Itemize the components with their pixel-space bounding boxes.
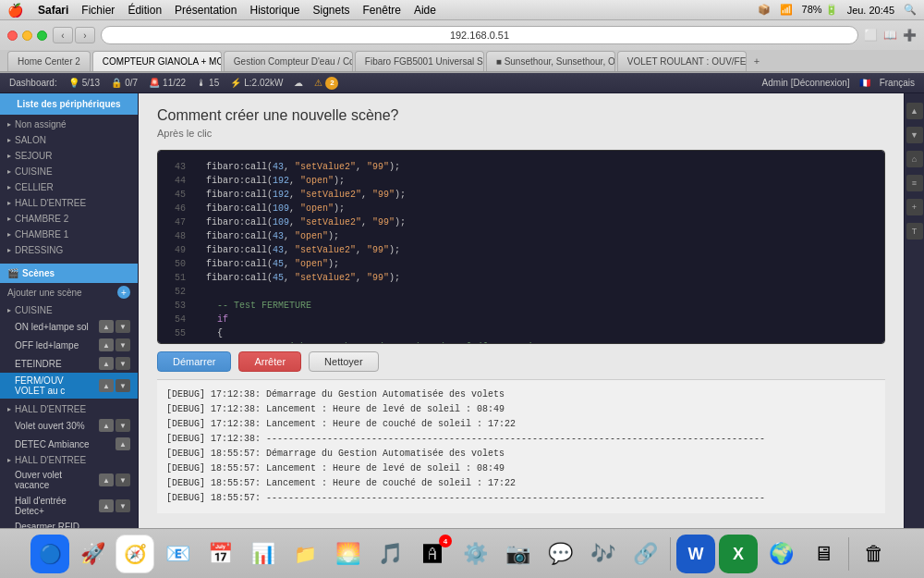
code-editor[interactable]: 43 fibaro:call(43, "setValue2", "99"); 4… [157, 150, 885, 344]
scene-menu-btn[interactable]: ▼ [116, 473, 130, 486]
tab-volet[interactable]: VOLET ROULANT : OUV/FERM + [617, 51, 747, 71]
sidebar-group-non-assigne[interactable]: ▸ Non assigné [0, 117, 138, 132]
dock-system-prefs[interactable]: ⚙️ [456, 535, 494, 573]
tab-fibaro[interactable]: Fibaro FGB5001 Universal Sen... [355, 51, 484, 71]
dock-music[interactable]: 🎵 [371, 535, 409, 573]
back-button[interactable]: ‹ [53, 27, 73, 43]
dock-word[interactable]: W [676, 535, 715, 573]
tab-gestion-compteur[interactable]: Gestion Compteur D'eau / Cons... [224, 51, 353, 71]
scene-menu-btn[interactable]: ▼ [116, 419, 130, 432]
minimize-button[interactable] [22, 31, 32, 41]
power-value: L:2.02kW [244, 78, 283, 88]
share-icon[interactable]: ⬜ [864, 29, 878, 42]
start-button[interactable]: Démarrer [157, 351, 231, 372]
dock-mail[interactable]: 📧 [158, 535, 197, 573]
scene-up-btn[interactable]: ▲ [99, 320, 114, 333]
menu-fichier[interactable]: Fichier [81, 4, 115, 17]
scene-up-btn[interactable]: ▲ [99, 379, 114, 392]
dock-messages[interactable]: 💬 [541, 535, 579, 573]
scene-volet-30[interactable]: Volet ouvert 30% ▲ ▼ [0, 416, 138, 435]
apple-menu[interactable]: 🍎 [7, 3, 23, 18]
right-icon-text[interactable]: T [906, 223, 923, 240]
scene-up-btn[interactable]: ▲ [99, 499, 114, 512]
scene-ferm-ouv[interactable]: FERM/OUV VOLET au c ▲ ▼ [0, 373, 138, 399]
scene-menu-btn[interactable]: ▼ [116, 499, 130, 512]
menu-edition[interactable]: Édition [128, 4, 162, 17]
menu-safari[interactable]: Safari [38, 4, 68, 17]
scene-up-btn[interactable]: ▲ [99, 419, 114, 432]
sidebar-group-dressing[interactable]: ▸ DRESSING [0, 242, 138, 258]
scene-up-btn[interactable]: ▲ [99, 338, 114, 351]
dock-trash[interactable]: 🗑 [855, 535, 894, 573]
menu-historique[interactable]: Historique [249, 4, 299, 17]
group-label: SALON [15, 135, 46, 145]
scene-off-led[interactable]: OFF led+lampe ▲ ▼ [0, 336, 138, 354]
search-icon[interactable]: 🔍 [904, 4, 917, 16]
scene-eteindre[interactable]: ETEINDRE ▲ ▼ [0, 354, 138, 373]
sidebar-header[interactable]: Liste des périphériques [0, 93, 138, 115]
menu-fenetre[interactable]: Fenêtre [363, 4, 401, 17]
sidebar-group-hall[interactable]: ▸ HALL D'ENTREE [0, 195, 138, 211]
right-icon-menu[interactable]: ≡ [906, 175, 923, 191]
sidebar-group-cuisine[interactable]: ▸ CUISINE [0, 164, 138, 179]
dock-facetime[interactable]: 📷 [498, 535, 537, 573]
menu-presentation[interactable]: Présentation [175, 4, 237, 17]
tab-home-center[interactable]: Home Center 2 [7, 51, 91, 71]
scene-menu-btn[interactable]: ▼ [116, 357, 130, 370]
menu-aide[interactable]: Aide [414, 4, 436, 17]
dock-desktop[interactable]: 🖥 [804, 535, 843, 573]
scene-on-led[interactable]: ON led+lampe sol ▲ ▼ [0, 317, 138, 336]
stop-button[interactable]: Arrêter [238, 351, 301, 372]
right-icon-1[interactable]: ▲ [906, 103, 923, 119]
scene-menu-btn[interactable]: ▼ [116, 379, 130, 392]
scene-up-btn[interactable]: ▲ [99, 357, 114, 370]
dock-appstore[interactable]: 🅰 4 [413, 535, 452, 573]
tab-compteur-gianola[interactable]: COMPTEUR GIANOLA + MODU... [92, 51, 222, 71]
menu-signets[interactable]: Signets [313, 4, 350, 17]
sidebar-group-sejour[interactable]: ▸ SEJOUR [0, 148, 138, 164]
sidebar-group-salon[interactable]: ▸ SALON [0, 132, 138, 148]
forward-button[interactable]: › [75, 27, 95, 43]
scene-up-btn[interactable]: ▲ [99, 473, 114, 486]
bookmark-icon[interactable]: 📖 [883, 29, 897, 42]
right-icon-2[interactable]: ▼ [906, 127, 923, 143]
tab-sunsethour[interactable]: ■ Sunsethour, Sunsethour, Os.d... [486, 51, 615, 71]
clear-button[interactable]: Nettoyer [309, 351, 379, 372]
dock-apps2[interactable]: 🔗 [626, 535, 664, 573]
new-tab-button[interactable]: + [748, 55, 765, 67]
maximize-button[interactable] [37, 31, 47, 41]
address-bar[interactable]: 192.168.0.51 [101, 26, 858, 44]
dock-chrome[interactable]: 🌍 [761, 535, 800, 573]
dock-launchpad[interactable]: 🚀 [73, 535, 112, 573]
dock-calendar[interactable]: 📅 [201, 535, 239, 573]
sidebar-group-cellier[interactable]: ▸ CELLIER [0, 179, 138, 195]
dock-numbers[interactable]: 📊 [243, 535, 282, 573]
dock-safari[interactable]: 🧭 [116, 535, 154, 573]
admin-label[interactable]: Admin [Déconnexion] [762, 78, 850, 88]
new-tab-icon[interactable]: ➕ [903, 29, 917, 42]
scene-hall-header[interactable]: ▸ HALL D'ENTREE [0, 402, 138, 416]
dock-excel[interactable]: X [719, 535, 758, 573]
dock-finder[interactable]: 🔵 [30, 535, 69, 573]
flag-icon[interactable]: 🇫🇷 [859, 78, 870, 88]
sidebar-group-chambre1[interactable]: ▸ CHAMBRE 1 [0, 227, 138, 242]
dock-photos[interactable]: 🌅 [328, 535, 367, 573]
scene-hall2-header[interactable]: ▸ HALL D'ENTREE [0, 453, 138, 467]
scene-desarmer-rfid[interactable]: Desarmer RFID [0, 519, 138, 528]
scene-hall-detec[interactable]: Hall d'entrée Detec+ ▲ ▼ [0, 493, 138, 519]
dock-files[interactable]: 📁 [286, 535, 324, 573]
scene-menu-btn[interactable]: ▼ [116, 338, 130, 351]
scene-cuisine-header[interactable]: ▸ CUISINE [0, 303, 138, 317]
scenes-header[interactable]: 🎬 Scènes [0, 264, 138, 283]
sidebar-group-chambre2[interactable]: ▸ CHAMBRE 2 [0, 211, 138, 227]
close-button[interactable] [7, 31, 18, 41]
scene-detec-ambiance[interactable]: DETEC Ambiance ▲ [0, 435, 138, 453]
scene-menu-btn[interactable]: ▼ [116, 320, 130, 333]
right-icon-add[interactable]: + [906, 199, 923, 215]
add-scene-button[interactable]: + [117, 286, 130, 299]
scene-up-btn[interactable]: ▲ [116, 437, 130, 450]
dock-itunes[interactable]: 🎶 [583, 535, 622, 573]
subgroup-label: HALL D'ENTREE [15, 404, 86, 414]
scene-ouver-volet[interactable]: Ouver volet vacance ▲ ▼ [0, 467, 138, 493]
right-icon-home[interactable]: ⌂ [906, 151, 923, 167]
